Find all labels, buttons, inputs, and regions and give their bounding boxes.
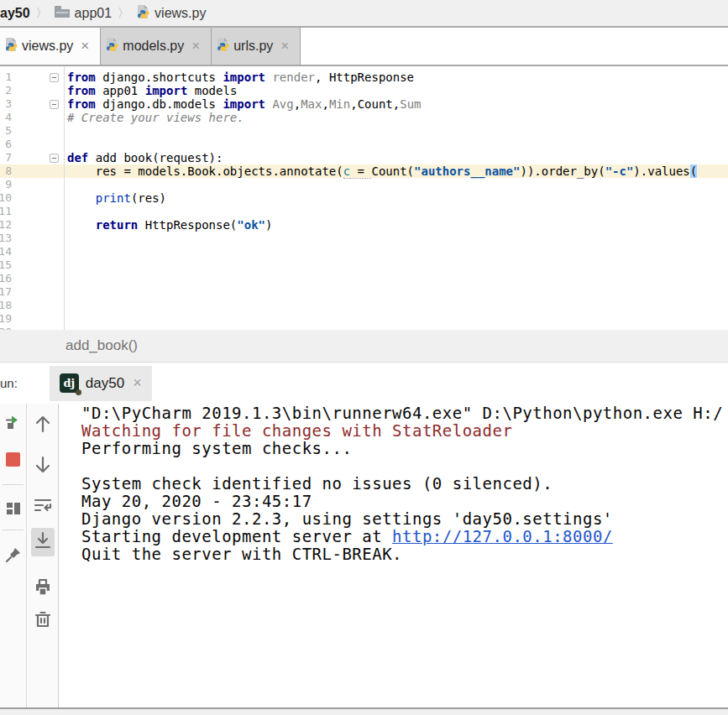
- toolbar-divider: [2, 530, 24, 530]
- code-text: from app01 import models: [67, 84, 237, 97]
- run-tab-label: day50: [86, 375, 124, 392]
- editor-tab-urls-py[interactable]: urls.py×: [212, 28, 301, 65]
- folder-icon: [54, 5, 71, 22]
- code-text: res = models.Book.objects.annotate(c = C…: [67, 164, 697, 178]
- tab-label: models.py: [123, 39, 184, 54]
- code-line-5[interactable]: 5: [0, 124, 728, 138]
- code-line-11[interactable]: 11: [0, 205, 728, 218]
- code-line-15[interactable]: 15: [0, 258, 728, 272]
- chevron-right-icon: 〉: [118, 6, 129, 21]
- code-line-4[interactable]: 4# Create your views here.: [0, 111, 728, 124]
- breadcrumb-function[interactable]: add_book(): [65, 337, 138, 354]
- status-bar: [0, 707, 728, 715]
- pin-icon[interactable]: [0, 546, 26, 563]
- code-line-3[interactable]: 3from django.db.models import Avg,Max,Mi…: [0, 97, 728, 111]
- editor-tab-strip: views.py×models.py×urls.py×: [0, 28, 728, 66]
- code-line-19[interactable]: 19: [0, 312, 728, 326]
- run-toolwindow-label: un:: [0, 376, 18, 390]
- stop-icon[interactable]: [0, 451, 26, 468]
- line-number: 7: [0, 151, 12, 164]
- python-file-icon: [104, 37, 119, 55]
- console-line: Watching for file changes with StatReloa…: [81, 422, 728, 440]
- editor-breadcrumbs-bar: add_book(): [0, 330, 728, 363]
- server-url-link[interactable]: http://127.0.0.1:8000/: [392, 527, 613, 545]
- breadcrumb-file[interactable]: views.py: [155, 6, 206, 21]
- code-line-1[interactable]: 1from django.shortcuts import render, Ht…: [0, 70, 728, 84]
- line-number: 10: [0, 191, 12, 205]
- code-line-9[interactable]: 9: [0, 178, 728, 191]
- close-icon[interactable]: ×: [278, 38, 291, 55]
- restore-layout-icon[interactable]: [0, 500, 26, 517]
- line-number: 15: [0, 258, 12, 272]
- line-number: 17: [0, 285, 12, 299]
- breadcrumb-package[interactable]: app01: [75, 6, 113, 21]
- fold-marker-icon[interactable]: [50, 100, 59, 109]
- console-line: Performing system checks...: [81, 440, 728, 457]
- print-icon[interactable]: [27, 577, 58, 598]
- clear-all-icon[interactable]: [27, 609, 58, 629]
- editor-tab-models-py[interactable]: models.py×: [101, 28, 212, 65]
- toolbar-divider: [2, 484, 24, 485]
- run-console: "D:\PyCharm 2019.1.3\bin\runnerw64.exe" …: [0, 404, 728, 707]
- code-text: def add_book(request):: [67, 151, 223, 164]
- navigation-bar: ay50 〉 app01 〉 views.py: [0, 0, 728, 28]
- code-line-12[interactable]: 12 return HttpResponse("ok"): [0, 218, 728, 232]
- code-line-8[interactable]: 8 res = models.Book.objects.annotate(c =…: [0, 164, 728, 178]
- up-stack-icon[interactable]: [27, 414, 58, 434]
- fold-marker-icon[interactable]: [50, 73, 59, 82]
- line-number: 9: [0, 178, 12, 191]
- code-line-17[interactable]: 17: [0, 285, 728, 299]
- console-line: Starting development server at http://12…: [81, 528, 728, 545]
- run-tab-day50[interactable]: dj day50 ×: [50, 366, 152, 401]
- console-output[interactable]: "D:\PyCharm 2019.1.3\bin\runnerw64.exe" …: [59, 404, 728, 707]
- console-line: "D:\PyCharm 2019.1.3\bin\runnerw64.exe" …: [81, 404, 728, 422]
- python-file-icon: [3, 37, 18, 55]
- code-text: from django.shortcuts import render, Htt…: [67, 70, 414, 84]
- code-line-10[interactable]: 10 print(res): [0, 191, 728, 205]
- close-icon[interactable]: ×: [78, 38, 92, 55]
- line-number: 1: [0, 70, 12, 84]
- code-editor[interactable]: 1from django.shortcuts import render, Ht…: [0, 66, 728, 334]
- console-line: Quit the server with CTRL-BREAK.: [81, 545, 728, 563]
- line-number: 11: [0, 205, 12, 218]
- code-text: from django.db.models import Avg,Max,Min…: [67, 97, 422, 111]
- django-icon: dj: [60, 373, 79, 393]
- python-file-icon: [215, 37, 230, 55]
- line-number: 13: [0, 232, 12, 245]
- editor-tab-views-py[interactable]: views.py×: [0, 28, 101, 65]
- down-stack-icon[interactable]: [27, 455, 58, 475]
- code-line-16[interactable]: 16: [0, 272, 728, 285]
- code-line-6[interactable]: 6: [0, 138, 728, 151]
- code-text: return HttpResponse("ok"): [67, 218, 272, 232]
- console-line: Django version 2.2.3, using settings 'da…: [81, 510, 728, 528]
- fold-marker-icon[interactable]: [50, 154, 59, 163]
- soft-wrap-icon[interactable]: [27, 495, 58, 515]
- line-number: 16: [0, 272, 12, 285]
- close-icon[interactable]: ×: [133, 374, 142, 392]
- breadcrumb-project[interactable]: ay50: [0, 6, 30, 21]
- code-line-13[interactable]: 13: [0, 232, 728, 245]
- tab-label: views.py: [22, 39, 73, 54]
- scroll-to-end-icon[interactable]: [27, 528, 58, 556]
- tab-label: urls.py: [233, 39, 273, 54]
- console-line: [81, 457, 728, 475]
- console-line: May 20, 2020 - 23:45:17: [81, 493, 728, 510]
- line-number: 4: [0, 111, 12, 124]
- line-number: 2: [0, 84, 12, 97]
- close-icon[interactable]: ×: [189, 38, 202, 55]
- chevron-right-icon: 〉: [36, 6, 48, 21]
- run-toolwindow-header: un: dj day50 ×: [0, 363, 728, 404]
- line-number: 5: [0, 124, 12, 138]
- code-text: print(res): [67, 191, 166, 205]
- running-indicator-dot: [76, 389, 81, 395]
- line-number: 12: [0, 218, 12, 232]
- code-text: # Create your views here.: [67, 111, 244, 124]
- line-number: 14: [0, 245, 12, 258]
- rerun-icon[interactable]: [0, 413, 26, 430]
- code-line-7[interactable]: 7def add_book(request):: [0, 151, 728, 164]
- line-number: 18: [0, 299, 12, 312]
- code-line-2[interactable]: 2from app01 import models: [0, 84, 728, 97]
- line-number: 19: [0, 312, 12, 326]
- code-line-18[interactable]: 18: [0, 299, 728, 312]
- code-line-14[interactable]: 14: [0, 245, 728, 258]
